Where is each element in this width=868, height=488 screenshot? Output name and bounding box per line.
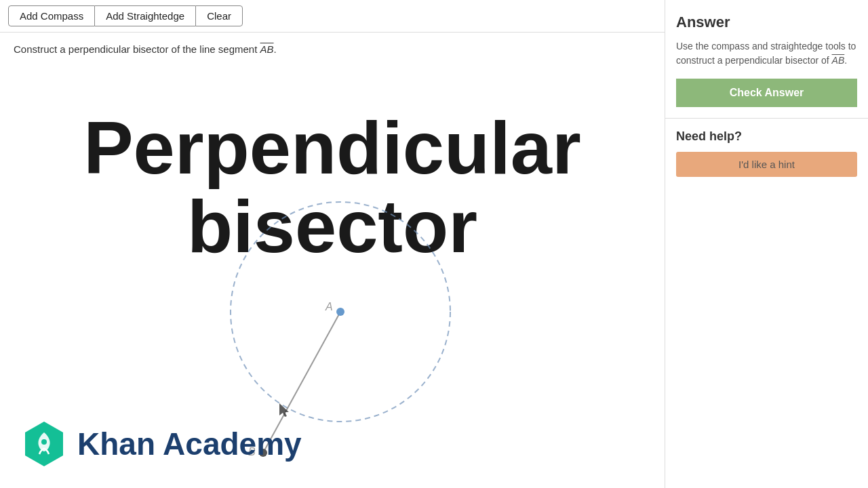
toolbar: Add Compass Add Straightedge Clear [0,0,665,33]
right-panel: Answer Use the compass and straightedge … [665,0,868,488]
khan-academy-text: Khan Academy [77,426,302,462]
clear-button[interactable]: Clear [195,5,243,26]
svg-point-0 [231,202,450,422]
ka-hexagon-icon [20,420,68,468]
hint-section: Need help? I'd like a hint [665,119,868,188]
answer-text: Use the compass and straightedge tools t… [676,39,857,68]
svg-point-8 [41,439,47,445]
hint-button[interactable]: I'd like a hint [676,152,857,177]
svg-point-2 [336,308,344,316]
instruction: Construct a perpendicular bisector of th… [0,33,665,60]
svg-marker-6 [279,403,289,417]
cursor-icon [279,403,289,417]
instruction-text-before: Construct a perpendicular bisector of th… [14,43,260,55]
add-straightedge-button[interactable]: Add Straightedge [95,5,195,26]
answer-segment-label: AB [832,55,845,66]
big-perpendicular-bisector-text: Perpendicular bisector [0,108,665,265]
need-help-title: Need help? [676,129,857,144]
segment-label: AB [260,43,274,55]
answer-section: Answer Use the compass and straightedge … [665,0,868,119]
answer-title: Answer [676,14,857,31]
add-compass-button[interactable]: Add Compass [8,5,95,26]
khan-academy-logo: Khan Academy [20,420,302,468]
svg-text:A: A [325,301,333,312]
check-answer-button[interactable]: Check Answer [676,79,857,107]
geometry-canvas[interactable]: A B [0,0,665,488]
instruction-text-after: . [274,43,277,55]
